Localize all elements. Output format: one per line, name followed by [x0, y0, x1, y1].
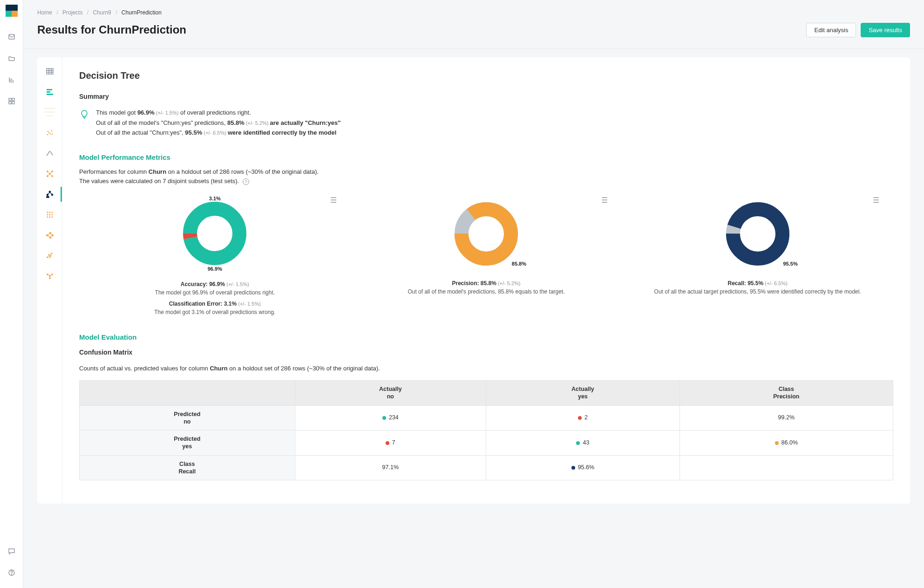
cm-cell: 95.6%: [486, 455, 680, 480]
metrics-heading: Model Performance Metrics: [79, 152, 893, 163]
svg-point-32: [51, 214, 53, 216]
svg-point-12: [48, 132, 49, 134]
cm-cell: 234: [295, 405, 486, 431]
table-row: Predictedyes 7 43 86.0%: [80, 431, 893, 456]
cm-cell: 86.0%: [679, 431, 893, 456]
svg-point-28: [49, 212, 50, 213]
svg-rect-7: [47, 68, 53, 74]
evaluation-heading: Model Evaluation: [79, 332, 893, 343]
nav-folder-icon[interactable]: [7, 53, 17, 63]
cm-header-class-precision: ClassPrecision: [679, 381, 893, 406]
breadcrumb: Home / Projects / Churn9 / ChurnPredicti…: [37, 8, 910, 17]
svg-rect-4: [12, 102, 14, 104]
panel-nav-curve-icon[interactable]: [37, 143, 62, 164]
svg-point-40: [47, 257, 48, 258]
lightbulb-icon: [79, 109, 89, 138]
svg-point-6: [11, 574, 12, 574]
panel-nav-branch-icon[interactable]: [37, 225, 62, 246]
panel-nav-text-icon[interactable]: ~~~~~~~~~~~~~: [37, 102, 62, 123]
svg-point-15: [51, 134, 53, 135]
panel-nav: ~~~~~~~~~~~~~: [37, 57, 62, 504]
chart-menu-icon[interactable]: ☰: [330, 195, 337, 206]
svg-rect-2: [12, 98, 14, 101]
cm-cell: [679, 455, 893, 480]
nav-feedback-icon[interactable]: [7, 546, 17, 556]
svg-rect-1: [9, 98, 11, 101]
app-logo: [6, 5, 18, 17]
svg-rect-9: [47, 91, 50, 93]
edit-analysis-button[interactable]: Edit analysis: [806, 23, 856, 37]
nav-chart-icon[interactable]: [7, 75, 17, 85]
recall-value-label: 95.5%: [783, 260, 797, 268]
panel-nav-scatter2-icon[interactable]: [37, 246, 62, 266]
cm-cell: 7: [295, 431, 486, 456]
svg-point-14: [51, 130, 52, 132]
svg-rect-3: [9, 102, 11, 104]
svg-point-11: [47, 134, 48, 136]
summary-text: This model got 96.9% (+/- 1.5%) of overa…: [96, 108, 340, 138]
panel-nav-table-icon[interactable]: [37, 61, 62, 82]
confusion-matrix-table: Actuallyno Actuallyyes ClassPrecision Pr…: [79, 380, 893, 480]
svg-point-42: [50, 255, 51, 256]
svg-point-47: [49, 278, 50, 279]
breadcrumb-current: ChurnPrediction: [122, 9, 162, 16]
svg-point-35: [51, 217, 53, 218]
panel-nav-network-icon[interactable]: [37, 164, 62, 184]
svg-point-29: [51, 212, 53, 213]
summary-heading: Summary: [79, 92, 893, 102]
topbar: Home / Projects / Churn9 / ChurnPredicti…: [23, 0, 924, 49]
panel-nav-bars-icon[interactable]: [37, 82, 62, 102]
svg-point-41: [48, 254, 49, 255]
cm-row-predicted-yes: Predictedyes: [80, 431, 295, 456]
svg-point-16: [47, 131, 48, 132]
precision-value-label: 85.8%: [512, 260, 526, 268]
confusion-matrix-heading: Confusion Matrix: [79, 348, 893, 357]
table-row: ClassRecall 97.1% 95.6%: [80, 455, 893, 480]
cm-header-blank: [80, 381, 295, 406]
nav-inbox-icon[interactable]: [7, 32, 17, 42]
nav-grid-icon[interactable]: [7, 96, 17, 106]
section-title: Decision Tree: [79, 68, 893, 82]
metrics-desc-1: Performances for column Churn on a holdo…: [79, 167, 893, 177]
cm-cell: 97.1%: [295, 455, 486, 480]
accuracy-chart: ☰ 3.1% 96.9% Acc: [79, 195, 351, 316]
svg-point-13: [49, 133, 51, 135]
cm-cell: 99.2%: [679, 405, 893, 431]
chart-menu-icon[interactable]: ☰: [601, 195, 608, 206]
svg-rect-10: [47, 94, 53, 95]
cm-cell: 43: [486, 431, 680, 456]
chart-menu-icon[interactable]: ☰: [873, 195, 879, 206]
page-title: Results for ChurnPrediction: [37, 21, 186, 38]
svg-point-50: [190, 209, 239, 258]
nav-help-icon[interactable]: [7, 567, 17, 578]
confusion-matrix-desc: Counts of actual vs. predicted values fo…: [79, 364, 893, 373]
svg-point-34: [49, 217, 50, 218]
save-results-button[interactable]: Save results: [861, 23, 910, 37]
panel-nav-tree-icon[interactable]: [37, 184, 62, 205]
svg-point-22: [49, 191, 50, 192]
panel-nav-dots-grid-icon[interactable]: [37, 205, 62, 225]
svg-point-33: [47, 217, 48, 218]
app-left-rail: [0, 0, 23, 588]
table-row: Predictedno 234 2 99.2%: [80, 405, 893, 431]
svg-point-27: [47, 212, 48, 213]
breadcrumb-home[interactable]: Home: [37, 9, 52, 16]
svg-point-44: [49, 257, 50, 258]
breadcrumb-project[interactable]: Churn9: [93, 9, 111, 16]
results-panel: ~~~~~~~~~~~~~: [37, 57, 910, 504]
cm-row-class-recall: ClassRecall: [80, 455, 295, 480]
svg-rect-0: [9, 34, 14, 39]
svg-point-43: [51, 253, 52, 254]
svg-point-31: [49, 214, 50, 216]
breadcrumb-projects[interactable]: Projects: [62, 9, 82, 16]
accuracy-value-label: 96.9%: [208, 265, 222, 273]
panel-nav-scatter-icon[interactable]: [37, 123, 62, 143]
info-icon[interactable]: ?: [243, 178, 249, 185]
metrics-desc-2: The values were calculated on 7 disjoint…: [79, 177, 893, 186]
cm-header-actually-no: Actuallyno: [295, 381, 486, 406]
recall-chart: ☰ 95.5% Recall: 95.5% (+/- 6.5%): [622, 195, 893, 316]
precision-chart: ☰ 85.8% Precision: 85.8% (+/- 5.2%: [351, 195, 622, 316]
svg-point-30: [47, 214, 48, 216]
panel-nav-graph-icon[interactable]: [37, 266, 62, 287]
svg-point-26: [48, 197, 49, 198]
